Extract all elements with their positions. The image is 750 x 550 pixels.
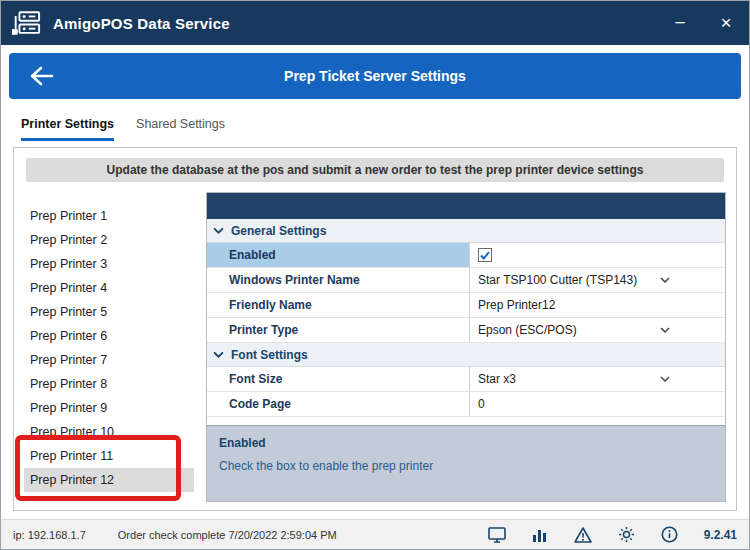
display-icon[interactable]: [488, 527, 506, 543]
status-message: Order check complete 7/20/2022 2:59:04 P…: [118, 529, 337, 541]
printer-list-item[interactable]: Prep Printer 1: [24, 204, 194, 228]
font-size-dropdown[interactable]: Star x3: [478, 372, 670, 386]
status-bar: ip: 192.168.1.7 Order check complete 7/2…: [1, 519, 749, 549]
property-grid: General Settings Enabled Windows Printer…: [206, 192, 726, 502]
property-grid-header: [207, 193, 725, 219]
row-code-page[interactable]: Code Page 0: [207, 392, 725, 417]
printer-list-item[interactable]: Prep Printer 7: [24, 348, 194, 372]
row-printer-type[interactable]: Printer Type Epson (ESC/POS): [207, 318, 725, 343]
description-title: Enabled: [219, 436, 713, 450]
description-text: Check the box to enable the prep printer: [219, 459, 713, 473]
info-banner: Update the database at the pos and submi…: [26, 158, 724, 182]
code-page-field[interactable]: 0: [478, 397, 485, 411]
version-label: 9.2.41: [704, 528, 737, 542]
page-title: Prep Ticket Server Settings: [9, 68, 741, 84]
printer-list-item[interactable]: Prep Printer 4: [24, 276, 194, 300]
printer-list-item[interactable]: Prep Printer 8: [24, 372, 194, 396]
printer-list-item[interactable]: Prep Printer 5: [24, 300, 194, 324]
friendly-name-field[interactable]: Prep Printer12: [478, 298, 555, 312]
row-label: Font Size: [207, 367, 469, 391]
chart-icon[interactable]: [532, 527, 548, 542]
section-general-settings[interactable]: General Settings: [207, 219, 725, 243]
warning-icon[interactable]: [574, 527, 592, 543]
close-button[interactable]: ×: [703, 1, 749, 45]
printer-list-item-selected[interactable]: Prep Printer 12: [24, 468, 194, 492]
tab-shared-settings[interactable]: Shared Settings: [136, 117, 225, 141]
printer-list-item[interactable]: Prep Printer 9: [24, 396, 194, 420]
row-label: Printer Type: [207, 318, 469, 342]
printer-list: Prep Printer 1 Prep Printer 2 Prep Print…: [24, 192, 194, 502]
tab-printer-settings[interactable]: Printer Settings: [21, 117, 114, 141]
row-windows-printer-name[interactable]: Windows Printer Name Star TSP100 Cutter …: [207, 268, 725, 293]
row-label: Friendly Name: [207, 293, 469, 317]
back-arrow-icon: [29, 65, 55, 87]
chevron-down-icon: [660, 277, 670, 283]
back-button[interactable]: [29, 65, 55, 87]
property-description-panel: Enabled Check the box to enable the prep…: [207, 425, 725, 501]
section-font-settings[interactable]: Font Settings: [207, 343, 725, 367]
dropdown-value: Star x3: [478, 372, 516, 386]
row-label: Windows Printer Name: [207, 268, 469, 292]
row-friendly-name[interactable]: Friendly Name Prep Printer12: [207, 293, 725, 318]
chevron-down-icon: [660, 327, 670, 333]
section-title: Font Settings: [231, 348, 308, 362]
page-header: Prep Ticket Server Settings: [9, 53, 741, 99]
dropdown-value: Epson (ESC/POS): [478, 323, 577, 337]
dropdown-value: Star TSP100 Cutter (TSP143): [478, 273, 637, 287]
minimize-button[interactable]: −: [657, 1, 703, 45]
chevron-down-icon: [660, 376, 670, 382]
enabled-checkbox[interactable]: [478, 248, 492, 262]
printer-list-item[interactable]: Prep Printer 2: [24, 228, 194, 252]
printer-list-item[interactable]: Prep Printer 11: [24, 444, 194, 468]
windows-printer-name-dropdown[interactable]: Star TSP100 Cutter (TSP143): [478, 273, 670, 287]
printer-list-item[interactable]: Prep Printer 6: [24, 324, 194, 348]
tab-bar: Printer Settings Shared Settings: [1, 107, 749, 141]
chevron-down-icon: [213, 351, 224, 358]
chevron-down-icon: [213, 227, 224, 234]
printer-list-item[interactable]: Prep Printer 3: [24, 252, 194, 276]
section-title: General Settings: [231, 224, 326, 238]
window-title: AmigoPOS Data Service: [53, 15, 230, 32]
row-font-size[interactable]: Font Size Star x3: [207, 367, 725, 392]
app-icon: [11, 10, 41, 37]
info-icon[interactable]: [661, 526, 678, 543]
titlebar: AmigoPOS Data Service − ×: [1, 1, 749, 45]
check-icon: [480, 251, 490, 260]
row-enabled[interactable]: Enabled: [207, 243, 725, 268]
printer-type-dropdown[interactable]: Epson (ESC/POS): [478, 323, 670, 337]
ip-address: ip: 192.168.1.7: [13, 529, 86, 541]
content-panel: Update the database at the pos and submi…: [13, 147, 737, 511]
gear-icon[interactable]: [618, 526, 635, 543]
printer-list-item[interactable]: Prep Printer 10: [24, 420, 194, 444]
row-label: Code Page: [207, 392, 469, 416]
row-label: Enabled: [207, 243, 469, 267]
